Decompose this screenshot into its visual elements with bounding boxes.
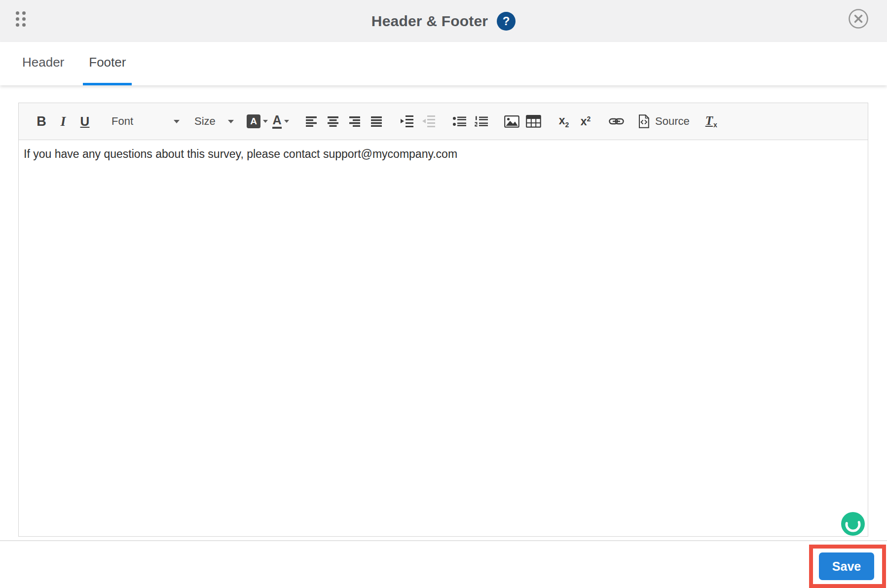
smile-arc-icon [841, 512, 865, 536]
editor-paragraph: If you have any questions about this sur… [24, 147, 863, 162]
underline-button[interactable]: U [76, 110, 94, 133]
header-footer-dialog: { "titlebar": { "title": "Header & Foote… [0, 0, 887, 588]
text-color-icon: A [272, 114, 281, 129]
bulleted-list-icon [453, 116, 466, 127]
superscript-mark: 2 [587, 115, 591, 123]
subscript-base: x [559, 114, 565, 127]
align-right-button[interactable] [346, 110, 364, 133]
italic-button[interactable]: I [54, 110, 72, 133]
table-icon [526, 115, 541, 128]
increase-indent-icon [400, 115, 414, 128]
align-right-icon [349, 116, 361, 127]
italic-icon: I [61, 114, 66, 129]
subscript-mark: 2 [565, 121, 569, 129]
decrease-indent-button[interactable] [420, 110, 438, 133]
subscript-icon: x2 [559, 114, 569, 129]
editor-content-area[interactable]: If you have any questions about this sur… [19, 140, 868, 536]
underline-icon: U [80, 114, 90, 129]
align-center-button[interactable] [324, 110, 342, 133]
dialog-titlebar: Header & Footer ? [0, 0, 887, 42]
rich-text-editor: B I U Font Size A [18, 103, 868, 537]
tab-bar: Header Footer [0, 42, 887, 85]
image-icon [504, 115, 519, 128]
remove-format-base: T [705, 114, 713, 127]
bold-button[interactable]: B [33, 110, 50, 133]
tab-footer-label: Footer [89, 55, 126, 70]
help-icon[interactable]: ? [497, 12, 516, 31]
chevron-down-icon [174, 120, 180, 123]
superscript-icon: x2 [581, 115, 591, 128]
numbered-list-icon [475, 116, 488, 127]
remove-format-mark: x [713, 121, 717, 129]
dialog-content: B I U Font Size A [0, 85, 887, 540]
font-dropdown[interactable]: Font [111, 110, 180, 133]
title-group: Header & Footer ? [371, 12, 516, 31]
help-glyph: ? [503, 14, 510, 28]
dialog-bottom-bar [0, 540, 887, 588]
superscript-button[interactable]: x2 [577, 110, 594, 133]
link-icon [609, 115, 624, 127]
dialog-title: Header & Footer [371, 13, 488, 30]
chevron-down-icon [228, 120, 234, 123]
bold-icon: B [37, 114, 46, 129]
align-center-icon [328, 116, 339, 127]
size-dropdown[interactable]: Size [194, 110, 234, 133]
increase-indent-button[interactable] [398, 110, 416, 133]
numbered-list-button[interactable] [472, 110, 490, 133]
save-button-label: Save [832, 559, 861, 574]
align-left-button[interactable] [302, 110, 320, 133]
chevron-down-icon [263, 120, 268, 123]
justify-icon [371, 116, 382, 127]
close-button[interactable] [848, 8, 869, 30]
tab-footer[interactable]: Footer [83, 42, 132, 85]
insert-link-button[interactable] [607, 110, 625, 133]
align-left-icon [306, 116, 317, 127]
source-button[interactable]: Source [638, 110, 690, 133]
font-dropdown-label: Font [111, 115, 133, 128]
tab-header[interactable]: Header [22, 42, 64, 85]
subscript-button[interactable]: x2 [555, 110, 573, 133]
close-icon [848, 8, 869, 30]
source-button-label: Source [655, 115, 690, 128]
insert-table-button[interactable] [524, 110, 542, 133]
justify-button[interactable] [368, 110, 385, 133]
size-dropdown-label: Size [194, 115, 216, 128]
drag-handle-icon[interactable] [16, 11, 26, 27]
insert-image-button[interactable] [503, 110, 520, 133]
remove-format-button[interactable]: Tx [702, 110, 720, 133]
background-color-button[interactable]: A [247, 110, 268, 133]
source-code-icon [638, 114, 650, 128]
editor-toolbar: B I U Font Size A [19, 103, 868, 140]
decrease-indent-icon [422, 115, 436, 128]
background-color-icon: A [247, 114, 260, 128]
save-button[interactable]: Save [819, 552, 874, 580]
background-color-letter: A [250, 116, 257, 127]
feedback-beacon-button[interactable] [841, 512, 865, 536]
bulleted-list-button[interactable] [450, 110, 468, 133]
text-color-button[interactable]: A [272, 110, 290, 133]
remove-format-icon: Tx [705, 114, 717, 129]
chevron-down-icon [284, 120, 289, 123]
superscript-base: x [581, 115, 587, 128]
tab-header-label: Header [22, 55, 64, 70]
